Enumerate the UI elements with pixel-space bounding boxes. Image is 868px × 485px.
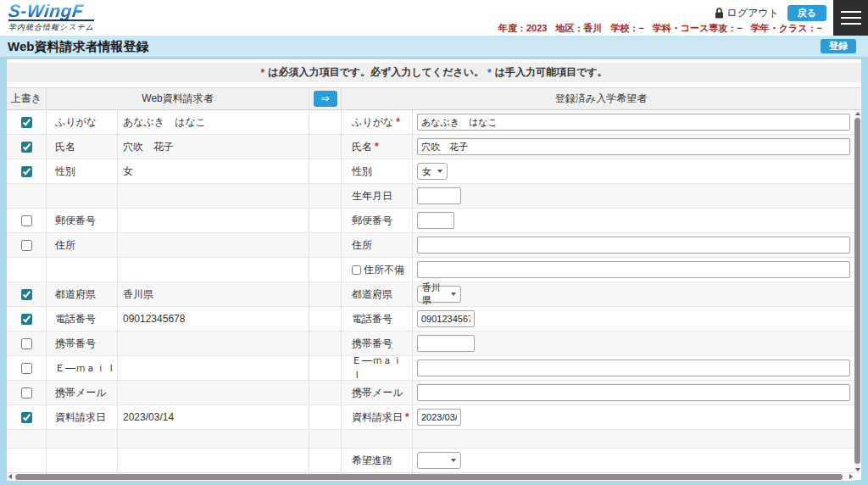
chevron-down-icon (451, 459, 456, 462)
header-overwrite: 上書き (7, 88, 47, 109)
overwrite-cell (7, 332, 47, 355)
table-row: 住所不備 (7, 258, 854, 282)
chevron-down-icon (451, 293, 456, 296)
email-input[interactable] (417, 360, 850, 376)
select-value: 香川県 (422, 282, 446, 307)
overwrite-checkbox[interactable] (21, 117, 32, 128)
address-incomplete-input[interactable] (417, 261, 850, 278)
copy-arrow-button[interactable]: ⇒ (314, 91, 337, 107)
source-value (118, 184, 309, 208)
target-label-text: 携帯番号 (352, 337, 392, 351)
target-label: 住所 (342, 233, 413, 257)
target-input-cell (413, 258, 854, 282)
source-value (118, 449, 309, 472)
overwrite-checkbox[interactable] (21, 363, 32, 374)
logout-button[interactable]: ログアウト (715, 6, 779, 20)
menu-button[interactable] (833, 0, 868, 36)
arrow-gap-cell (309, 430, 342, 448)
target-input-cell (413, 110, 854, 134)
top-header: S-WingF 学内統合情報システム ログアウト 戻る 年度：2023地区：香川… (0, 0, 868, 36)
notice-bar: * は必須入力項目です。必ず入力してください。 * は手入力可能項目です。 (7, 63, 861, 82)
vertical-scrollbar-thumb[interactable] (854, 118, 860, 464)
career-path-select[interactable] (417, 452, 461, 469)
required-mark: * (375, 141, 379, 153)
address-incomplete-checkbox[interactable] (352, 265, 361, 275)
overwrite-checkbox[interactable] (21, 387, 32, 399)
arrow-gap-cell (309, 258, 342, 282)
target-label: 住所不備 (342, 258, 413, 282)
table-row: 郵便番号 郵便番号 (7, 209, 854, 233)
target-label-text: 希望進路 (352, 454, 392, 468)
page-title: Web資料請求者情報登録 (8, 39, 148, 55)
manual-asterisk: * (487, 67, 492, 79)
context-school: 学校：− (610, 23, 643, 33)
scroll-down-icon[interactable] (855, 468, 860, 471)
overwrite-cell (7, 430, 47, 448)
arrow-gap-cell (309, 110, 342, 134)
table-row: 氏名 穴吹 花子 氏名* (7, 135, 854, 159)
target-input-cell (413, 356, 854, 380)
arrow-gap-cell (309, 307, 342, 331)
horizontal-scrollbar-thumb[interactable] (15, 474, 843, 480)
target-label (342, 430, 413, 448)
overwrite-checkbox[interactable] (21, 314, 32, 325)
arrow-gap-cell (309, 282, 342, 306)
target-input-cell (413, 307, 854, 331)
source-label: 携帯番号 (47, 332, 118, 355)
address-input[interactable] (417, 237, 850, 254)
target-label: 都道府県 (342, 282, 413, 306)
scroll-up-icon[interactable] (855, 112, 860, 115)
logo-subtitle: 学内統合情報システム (8, 20, 94, 33)
target-input-cell (413, 449, 854, 472)
overwrite-cell (7, 184, 47, 208)
overwrite-checkbox[interactable] (21, 240, 32, 251)
app-logo[interactable]: S-WingF 学内統合情報システム (8, 3, 94, 33)
source-value (118, 381, 309, 404)
overwrite-checkbox[interactable] (21, 412, 32, 423)
overwrite-cell (7, 209, 47, 232)
mobile-phone-input[interactable] (417, 335, 475, 352)
arrow-gap-cell (309, 381, 342, 404)
vertical-scrollbar[interactable] (854, 110, 860, 473)
source-value (118, 332, 309, 355)
scroll-right-icon[interactable] (849, 474, 853, 479)
overwrite-checkbox[interactable] (21, 215, 32, 226)
required-mark: * (405, 411, 409, 423)
request-date-input[interactable] (417, 409, 461, 426)
header-arrow-cell: ⇒ (309, 88, 342, 109)
source-label: 都道府県 (47, 282, 118, 306)
source-value (118, 430, 309, 448)
postal-code-input[interactable] (417, 212, 454, 229)
overwrite-checkbox[interactable] (21, 166, 32, 177)
overwrite-checkbox[interactable] (21, 289, 32, 300)
horizontal-scrollbar[interactable] (7, 473, 854, 481)
phone-input[interactable] (417, 310, 475, 327)
arrow-gap-cell (309, 356, 342, 380)
target-input-cell: 香川県 (413, 282, 854, 306)
overwrite-checkbox[interactable] (21, 338, 32, 349)
register-button[interactable]: 登録 (821, 39, 856, 53)
back-button[interactable]: 戻る (787, 5, 826, 21)
hamburger-icon (841, 11, 861, 13)
overwrite-checkbox[interactable] (21, 142, 32, 153)
target-label-text: 住所 (352, 238, 372, 253)
table-row: Ｅ―ｍａｉｌ Ｅ―ｍａｉｌ (7, 356, 854, 381)
birthdate-input[interactable] (417, 187, 461, 204)
furigana-input[interactable] (417, 114, 850, 131)
logo-title: S-WingF (8, 3, 95, 20)
target-label: 郵便番号 (342, 209, 413, 232)
target-label-text: ふりがな (352, 115, 393, 130)
source-label: 電話番号 (47, 307, 118, 331)
gender-select[interactable]: 女 (417, 163, 448, 180)
context-district: 地区：香川 (555, 23, 602, 33)
target-label-text: 生年月日 (352, 189, 392, 203)
name-input[interactable] (417, 138, 850, 155)
scroll-left-icon[interactable] (8, 474, 12, 479)
table-row: 携帯番号 携帯番号 (7, 332, 854, 356)
prefecture-select[interactable]: 香川県 (417, 286, 461, 303)
target-label-text: 携帯メール (352, 386, 403, 400)
mobile-email-input[interactable] (417, 384, 850, 401)
table-row: 住所 住所 (7, 233, 854, 258)
target-label-text: 性別 (352, 164, 372, 179)
arrow-gap-cell (309, 159, 342, 183)
